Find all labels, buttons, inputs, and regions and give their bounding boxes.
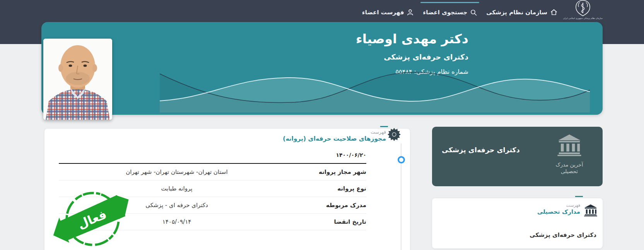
row-value: استان تهران- شهرستان تهران- شهر تهران bbox=[59, 168, 295, 175]
profile-photo bbox=[43, 39, 112, 120]
portrait-image bbox=[43, 39, 112, 120]
university-icon bbox=[557, 134, 581, 158]
table-row: مدرک مربوطه دکترای حرفه ای - پزشکی bbox=[59, 197, 366, 214]
main-navigation: سازمان نظام پزشکی جمهوری اسلامی ایران سا… bbox=[362, 0, 599, 25]
nav-item-organization[interactable]: سازمان نظام پزشکی bbox=[486, 0, 557, 25]
brand-caption: سازمان نظام پزشکی جمهوری اسلامی ایران bbox=[563, 17, 603, 19]
card-accent-dash bbox=[575, 196, 583, 197]
doctor-degree: دکترای حرفه‌ای پزشکی bbox=[356, 53, 468, 61]
licenses-card-header: فهرست مجوزهای صلاحیت حرفه‌ای (پروانه) bbox=[283, 129, 386, 142]
latest-degree-value: دکترای حرفه‌ای پزشکی bbox=[436, 146, 525, 154]
nav-item-label: سازمان نظام پزشکی bbox=[486, 9, 547, 16]
search-icon bbox=[470, 9, 477, 16]
card-accent-dash bbox=[380, 126, 388, 127]
list-label: فهرست bbox=[283, 129, 386, 135]
nav-item-member-list[interactable]: فهرست اعضاء bbox=[362, 0, 413, 25]
table-row: شهر مجاز پروانه استان تهران- شهرستان تهر… bbox=[59, 164, 366, 180]
latest-degree-card: آخرین مدرک تحصیلی دکترای حرفه‌ای پزشکی bbox=[432, 127, 603, 186]
degree-list-item: دکترای حرفه‌ای پزشکی bbox=[530, 231, 596, 238]
licenses-card: فهرست مجوزهای صلاحیت حرفه‌ای (پروانه) ۱۴… bbox=[44, 129, 410, 250]
row-value: دکترای حرفه ای - پزشکی bbox=[59, 202, 295, 209]
row-label: شهر مجاز پروانه bbox=[295, 168, 366, 175]
nav-item-member-search[interactable]: جستجوی اعضاء bbox=[423, 0, 477, 25]
license-details-table: ۱۴۰۰/۰۶/۲۰ شهر مجاز پروانه استان تهران- … bbox=[59, 152, 366, 230]
list-label: فهرست bbox=[537, 203, 580, 208]
degrees-card: فهرست مدارک تحصیلی دکترای حرفه‌ای پزشکی bbox=[432, 198, 603, 248]
profile-hero-card: دکتر مهدی اوصیاء دکترای حرفه‌ای پزشکی شم… bbox=[41, 22, 603, 115]
row-value: ۱۴۰۵/۰۹/۱۴ bbox=[59, 218, 295, 225]
university-icon bbox=[584, 204, 597, 218]
licenses-card-title: مجوزهای صلاحیت حرفه‌ای (پروانه) bbox=[283, 135, 386, 142]
row-label: تاریخ انقضا bbox=[295, 218, 366, 225]
decorative-wave-chart bbox=[160, 62, 590, 112]
nav-item-label: جستجوی اعضاء bbox=[423, 9, 467, 16]
brand-logo[interactable]: سازمان نظام پزشکی جمهوری اسلامی ایران bbox=[567, 0, 599, 19]
medical-council-logo-icon bbox=[574, 0, 592, 16]
row-label: مدرک مربوطه bbox=[295, 202, 366, 209]
nav-item-label: فهرست اعضاء bbox=[362, 9, 404, 16]
degrees-card-title: مدارک تحصیلی bbox=[537, 208, 580, 215]
row-value: پروانه طبابت bbox=[59, 185, 295, 192]
person-icon bbox=[407, 9, 413, 16]
certificate-seal-icon bbox=[388, 128, 401, 143]
doctor-name: دکتر مهدی اوصیاء bbox=[356, 31, 468, 46]
license-issue-date: ۱۴۰۰/۰۶/۲۰ bbox=[59, 152, 366, 164]
timeline-marker bbox=[398, 156, 405, 163]
active-tab-indicator bbox=[420, 2, 479, 3]
degrees-card-header: فهرست مدارک تحصیلی bbox=[537, 203, 580, 215]
row-label: نوع پروانه bbox=[295, 185, 366, 192]
latest-degree-caption: آخرین مدرک تحصیلی bbox=[547, 162, 592, 175]
table-row: تاریخ انقضا ۱۴۰۵/۰۹/۱۴ bbox=[59, 214, 366, 230]
home-icon bbox=[550, 9, 557, 16]
table-row: نوع پروانه پروانه طبابت bbox=[59, 180, 366, 197]
